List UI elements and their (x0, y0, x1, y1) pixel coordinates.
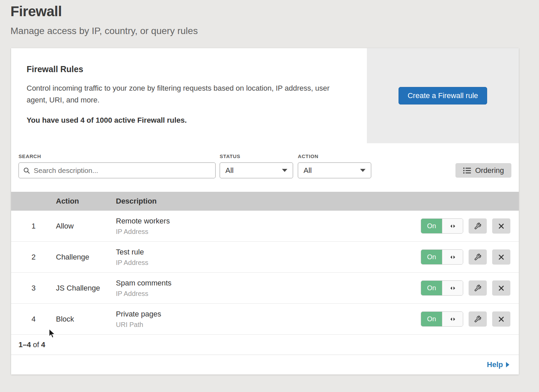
rule-enabled-toggle[interactable]: On (421, 280, 463, 296)
rule-priority: 1 (11, 222, 56, 231)
action-select[interactable]: All (298, 162, 371, 178)
close-icon (498, 285, 505, 292)
toggle-state-label: On (421, 219, 442, 233)
rule-controls: On (418, 218, 519, 234)
table-row: 4 Block Private pages URI Path On (11, 304, 519, 335)
help-link[interactable]: Help (487, 360, 509, 369)
card-description: Control incoming traffic to your zone by… (27, 82, 347, 106)
ordering-button-label: Ordering (475, 166, 504, 175)
search-filter: SEARCH (19, 153, 216, 178)
rule-description-cell: Private pages URI Path (116, 310, 418, 329)
rule-controls: On (418, 311, 519, 327)
page-title: Firewall (10, 3, 539, 20)
rule-action: Challenge (56, 253, 116, 262)
action-label: ACTION (298, 153, 371, 159)
ordering-list-icon (463, 167, 471, 174)
wrench-icon (474, 222, 481, 230)
rule-priority: 3 (11, 284, 56, 293)
delete-rule-button[interactable] (492, 218, 510, 234)
pagination-of: of (33, 340, 39, 349)
rule-priority: 4 (11, 315, 56, 324)
close-icon (498, 316, 505, 323)
rule-action: Allow (56, 222, 116, 231)
rule-match-type: IP Address (116, 228, 418, 236)
search-label: SEARCH (19, 153, 216, 159)
toggle-state-label: On (421, 312, 442, 326)
usage-note: You have used 4 of 1000 active Firewall … (27, 116, 347, 125)
rule-controls: On (418, 280, 519, 296)
page-header: Firewall Manage access by IP, country, o… (0, 0, 539, 36)
table-row: 2 Challenge Test rule IP Address On (11, 242, 519, 273)
action-filter: ACTION All (298, 153, 371, 178)
rule-match-type: URI Path (116, 321, 418, 329)
create-firewall-rule-button[interactable]: Create a Firewall rule (399, 87, 487, 104)
rule-description: Test rule (116, 248, 418, 257)
rule-description: Private pages (116, 310, 418, 319)
toggle-arrows-icon (442, 281, 463, 295)
edit-rule-button[interactable] (469, 249, 487, 265)
card-aside: Create a Firewall rule (367, 48, 519, 143)
firewall-rules-card: Firewall Rules Control incoming traffic … (11, 48, 519, 374)
chevron-down-icon (360, 169, 366, 172)
rule-match-type: IP Address (116, 259, 418, 267)
delete-rule-button[interactable] (492, 311, 510, 327)
table-row: 1 Allow Remote workers IP Address On (11, 211, 519, 242)
card-footer: Help (11, 355, 519, 374)
rule-description: Spam comments (116, 279, 418, 288)
close-icon (498, 223, 505, 230)
status-filter: STATUS All (220, 153, 293, 178)
card-title: Firewall Rules (27, 64, 347, 74)
rule-description-cell: Spam comments IP Address (116, 279, 418, 298)
page-subtitle: Manage access by IP, country, or query r… (10, 26, 539, 36)
filters-bar: SEARCH STATUS All ACTION All (11, 143, 519, 192)
pagination-range: 1–4 (19, 340, 31, 349)
delete-rule-button[interactable] (492, 280, 510, 296)
wrench-icon (474, 315, 481, 323)
arrow-right-icon (506, 362, 509, 367)
rule-description-cell: Test rule IP Address (116, 248, 418, 267)
column-description: Description (116, 197, 418, 206)
rule-enabled-toggle[interactable]: On (421, 218, 463, 234)
table-row: 3 JS Challenge Spam comments IP Address … (11, 273, 519, 304)
column-action: Action (56, 197, 116, 206)
toggle-arrows-icon (442, 219, 463, 233)
rule-match-type: IP Address (116, 290, 418, 298)
card-info: Firewall Rules Control incoming traffic … (11, 48, 367, 143)
status-selected-value: All (225, 166, 233, 175)
help-link-label: Help (487, 360, 503, 369)
wrench-icon (474, 284, 481, 292)
edit-rule-button[interactable] (469, 311, 487, 327)
rule-action: Block (56, 315, 116, 324)
search-icon (23, 167, 30, 174)
chevron-down-icon (282, 169, 287, 172)
rule-enabled-toggle[interactable]: On (421, 249, 463, 265)
close-icon (498, 254, 505, 261)
rule-description: Remote workers (116, 217, 418, 225)
toggle-state-label: On (421, 250, 442, 264)
search-input[interactable] (19, 162, 216, 178)
pagination-total: 4 (41, 340, 45, 349)
edit-rule-button[interactable] (469, 280, 487, 296)
rule-enabled-toggle[interactable]: On (421, 311, 463, 327)
pagination: 1–4 of 4 (11, 335, 519, 355)
delete-rule-button[interactable] (492, 249, 510, 265)
status-label: STATUS (220, 153, 293, 159)
toggle-arrows-icon (442, 250, 463, 264)
ordering-button[interactable]: Ordering (455, 163, 511, 178)
rule-description-cell: Remote workers IP Address (116, 217, 418, 236)
search-input-wrap (19, 162, 216, 178)
rule-controls: On (418, 249, 519, 265)
edit-rule-button[interactable] (469, 218, 487, 234)
toggle-state-label: On (421, 281, 442, 295)
rule-action: JS Challenge (56, 284, 116, 293)
status-select[interactable]: All (220, 162, 293, 178)
card-intro-section: Firewall Rules Control incoming traffic … (11, 48, 519, 143)
toggle-arrows-icon (442, 312, 463, 326)
table-header: Action Description (11, 192, 519, 211)
wrench-icon (474, 253, 481, 261)
rule-priority: 2 (11, 253, 56, 262)
action-selected-value: All (304, 166, 312, 175)
